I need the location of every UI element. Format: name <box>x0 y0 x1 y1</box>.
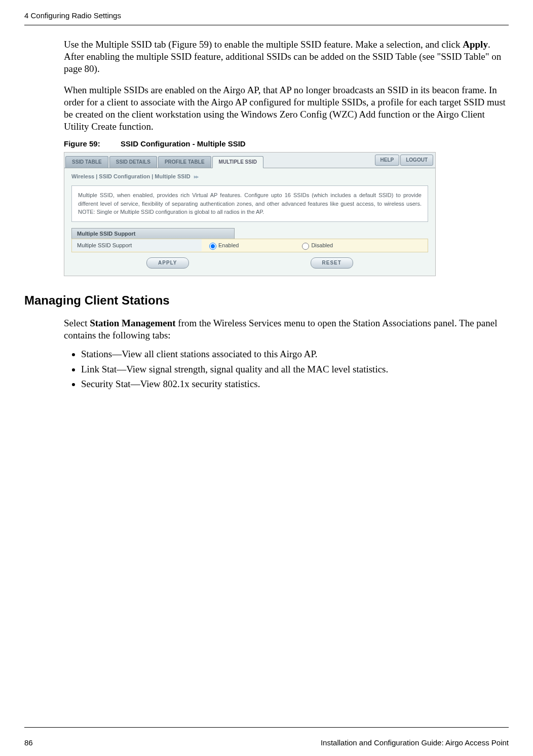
enabled-label: Enabled <box>218 242 239 248</box>
section-header: Multiple SSID Support <box>71 228 235 239</box>
figure-label: Figure 59: <box>64 139 121 148</box>
p1-part-a: Use the Multiple SSID tab (Figure 59) to… <box>64 39 463 50</box>
figure-title: SSID Configuration - Multiple SSID <box>121 139 246 148</box>
row-label: Multiple SSID Support <box>72 239 202 251</box>
footer-rule <box>24 727 509 728</box>
breadcrumb-arrows-icon: ▸▸ <box>194 174 198 179</box>
reset-button[interactable]: RESET <box>311 257 353 269</box>
help-button[interactable]: HELP <box>375 155 400 166</box>
page-number: 86 <box>24 738 33 747</box>
intro-bold: Station Management <box>90 318 175 328</box>
radio-enabled[interactable] <box>209 243 216 250</box>
tab-multiple-ssid[interactable]: MULTIPLE SSID <box>212 156 263 168</box>
screenshot: SSID TABLE SSID DETAILS PROFILE TABLE MU… <box>64 152 436 276</box>
header-rule <box>24 25 509 25</box>
list-item: Security Stat—View 802.1x security stati… <box>81 377 509 391</box>
logout-button[interactable]: LOGOUT <box>400 155 433 166</box>
section-heading: Managing Client Stations <box>24 293 509 308</box>
paragraph-2: When multiple SSIDs are enabled on the A… <box>64 84 509 132</box>
tab-ssid-table[interactable]: SSID TABLE <box>65 156 108 168</box>
figure-caption: Figure 59:SSID Configuration - Multiple … <box>64 139 509 148</box>
list-item: Stations—View all client stations associ… <box>81 347 509 361</box>
tab-profile-table[interactable]: PROFILE TABLE <box>158 156 211 168</box>
form-row: Multiple SSID Support Enabled Disabled <box>71 239 428 252</box>
breadcrumb-text: Wireless | SSID Configuration | Multiple… <box>71 173 191 179</box>
list-item: Link Stat—View signal strength, signal q… <box>81 362 509 376</box>
breadcrumb: Wireless | SSID Configuration | Multiple… <box>64 168 435 185</box>
paragraph-1: Use the Multiple SSID tab (Figure 59) to… <box>64 39 509 74</box>
footer-title: Installation and Configuration Guide: Ai… <box>321 738 509 747</box>
chapter-label: 4 Configuring Radio Settings <box>24 11 121 20</box>
bullet-list: Stations—View all client stations associ… <box>81 347 509 391</box>
p1-bold: Apply <box>463 39 488 50</box>
disabled-label: Disabled <box>311 242 333 248</box>
tab-ssid-details[interactable]: SSID DETAILS <box>109 156 157 168</box>
apply-button[interactable]: APPLY <box>146 257 188 269</box>
action-row: APPLY RESET <box>64 252 435 276</box>
intro-a: Select <box>64 318 90 328</box>
radio-disabled[interactable] <box>302 243 309 250</box>
tabs-row: SSID TABLE SSID DETAILS PROFILE TABLE MU… <box>64 153 435 168</box>
section2-intro: Select Station Management from the Wirel… <box>64 317 509 342</box>
info-box: Multiple SSID, when enabled, provides ri… <box>71 185 428 222</box>
